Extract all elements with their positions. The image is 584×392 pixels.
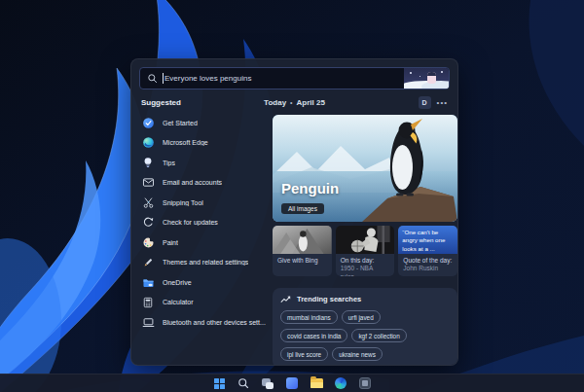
- trending-pills: mumbai indians urfi javed covid cases in…: [280, 310, 450, 361]
- card-subtitle: John Ruskin: [403, 265, 438, 271]
- panel-header: Suggested Today•April 25 D •••: [141, 94, 448, 111]
- suggested-list: Get Started Microsoft Edge Tips: [141, 113, 266, 366]
- palette-icon: [141, 235, 155, 249]
- search-input-text[interactable]: Everyone loves penguins: [164, 74, 251, 83]
- card-title: Give with Bing: [277, 257, 318, 264]
- sidebar-item-label: Microsoft Edge: [163, 139, 208, 146]
- calculator-icon: [141, 296, 155, 309]
- pencil-icon: [141, 256, 155, 269]
- sidebar-item-label: Get Started: [163, 120, 198, 126]
- sidebar-item-check-updates[interactable]: Check for updates: [141, 213, 266, 233]
- taskbar: [0, 374, 584, 392]
- folder-icon: [310, 378, 323, 388]
- edge-icon: [335, 377, 347, 389]
- onedrive-folder-icon: [141, 275, 155, 289]
- trending-pill[interactable]: ukraine news: [332, 347, 383, 361]
- date-value: April 25: [297, 98, 325, 107]
- date-separator: •: [290, 99, 292, 106]
- sidebar-item-paint[interactable]: Paint: [141, 232, 266, 253]
- profile-badge[interactable]: D: [419, 96, 431, 109]
- quote-of-the-day-card[interactable]: “One can't be angry when one looks at a …: [398, 226, 457, 276]
- trending-pill[interactable]: urfi javed: [342, 310, 381, 324]
- search-icon: [237, 377, 249, 389]
- lightbulb-icon: [141, 156, 155, 169]
- sidebar-item-label: Snipping Tool: [163, 199, 203, 206]
- all-images-button[interactable]: All images: [281, 203, 324, 214]
- sidebar-item-microsoft-edge[interactable]: Microsoft Edge: [141, 133, 266, 154]
- trending-pill[interactable]: kgf 2 collection: [351, 329, 406, 342]
- give-with-bing-photo: [273, 226, 332, 254]
- taskbar-app-button[interactable]: [358, 376, 372, 390]
- text-cursor: [163, 73, 164, 84]
- give-with-bing-card[interactable]: Give with Bing: [273, 226, 332, 276]
- more-options-icon[interactable]: •••: [437, 100, 448, 106]
- search-icon: [147, 73, 158, 84]
- suggested-heading: Suggested: [141, 98, 181, 107]
- sidebar-item-label: Email and accounts: [163, 179, 222, 186]
- search-box[interactable]: Everyone loves penguins: [139, 67, 450, 89]
- sidebar-item-email-accounts[interactable]: Email and accounts: [141, 173, 266, 194]
- task-view-icon: [262, 378, 274, 389]
- date-heading: Today•April 25: [264, 98, 325, 107]
- sidebar-item-themes-settings[interactable]: Themes and related settings: [141, 253, 266, 273]
- sidebar-item-label: Tips: [163, 160, 175, 166]
- trending-searches-panel: Trending searches mumbai indians urfi ja…: [273, 288, 457, 366]
- sidebar-item-snipping-tool[interactable]: Snipping Tool: [141, 193, 266, 213]
- daily-cards-row: Give with Bing: [273, 226, 457, 276]
- taskbar-search-button[interactable]: [237, 376, 250, 390]
- trending-pill[interactable]: covid cases in india: [280, 329, 347, 342]
- sidebar-item-onedrive[interactable]: OneDrive: [141, 272, 266, 293]
- hero-title: Penguin: [281, 180, 339, 196]
- taskbar-widgets-button[interactable]: [285, 376, 299, 390]
- sidebar-item-label: Paint: [163, 239, 178, 246]
- get-started-icon: [141, 116, 155, 129]
- trending-pill[interactable]: ipl live score: [280, 347, 328, 361]
- sidebar-item-label: Bluetooth and other devices sett...: [163, 319, 266, 326]
- sidebar-item-get-started[interactable]: Get Started: [141, 113, 266, 133]
- trending-arrow-icon: [280, 295, 291, 303]
- taskbar-file-explorer-button[interactable]: [310, 376, 323, 390]
- taskbar-task-view-button[interactable]: [261, 376, 274, 390]
- card-subtitle: 1950 - NBA rules...: [341, 265, 373, 276]
- today-content: Penguin All images: [273, 113, 457, 366]
- sidebar-item-bluetooth-devices[interactable]: Bluetooth and other devices sett...: [141, 312, 266, 333]
- sidebar-item-tips[interactable]: Tips: [141, 153, 266, 173]
- devices-icon: [141, 315, 155, 329]
- taskbar-start-button[interactable]: [212, 376, 226, 390]
- trending-heading: Trending searches: [297, 295, 361, 303]
- search-panel: Everyone loves penguins Suggested Today•…: [130, 58, 458, 366]
- refresh-icon: [141, 216, 155, 230]
- sidebar-item-label: Calculator: [163, 299, 194, 305]
- trending-pill[interactable]: mumbai indians: [280, 310, 338, 324]
- card-title: Quote of the day:: [403, 257, 452, 264]
- on-this-day-card[interactable]: On this day:1950 - NBA rules...: [336, 226, 395, 276]
- scissors-icon: [141, 196, 155, 209]
- envelope-icon: [141, 176, 155, 190]
- sidebar-item-label: Check for updates: [163, 219, 218, 226]
- quote-text: “One can't be angry when one looks at a …: [398, 226, 457, 254]
- edge-icon: [141, 136, 155, 150]
- taskbar-edge-button[interactable]: [334, 376, 347, 390]
- search-decoration-penguin-illustration: [404, 68, 449, 89]
- app-icon: [359, 377, 371, 389]
- widgets-icon: [286, 377, 298, 389]
- hero-image-card[interactable]: Penguin All images: [273, 115, 457, 222]
- date-prefix: Today: [264, 98, 286, 107]
- sidebar-item-label: Themes and related settings: [163, 259, 248, 266]
- sidebar-item-label: OneDrive: [163, 279, 192, 286]
- card-title: On this day:: [341, 257, 375, 264]
- on-this-day-photo: [336, 226, 395, 254]
- sidebar-item-calculator[interactable]: Calculator: [141, 293, 266, 313]
- desktop: Everyone loves penguins Suggested Today•…: [0, 0, 584, 392]
- windows-logo-icon: [214, 378, 225, 389]
- header-actions: D •••: [419, 96, 448, 109]
